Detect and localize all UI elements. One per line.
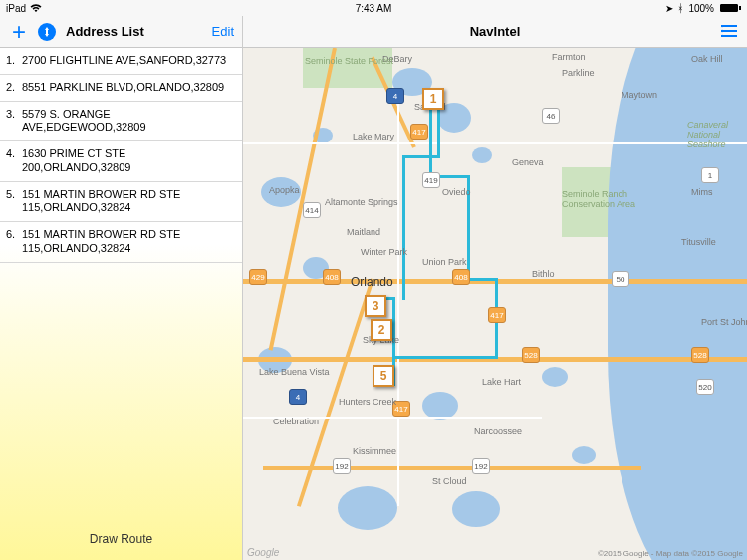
route-line	[429, 108, 432, 177]
status-bar: iPad 7:43 AM ➤ ᚼ 100%	[0, 0, 747, 16]
city-label: Orlando	[351, 275, 393, 289]
svg-rect-2	[721, 35, 737, 37]
route-line	[467, 278, 497, 281]
sidebar-title: Address List	[66, 24, 212, 39]
city-label: Titusville	[681, 237, 716, 247]
list-view-button[interactable]	[721, 23, 737, 41]
sidebar: + Address List Edit 1. 2700 FLIGHTLINE A…	[0, 16, 243, 560]
map-canvas[interactable]: 4 4 417 417 417 408 408 528 528 429 414 …	[243, 48, 747, 560]
park-label: Seminole Ranch Conservation Area	[562, 189, 641, 209]
item-number: 4.	[6, 147, 22, 175]
address-list: 1. 2700 FLIGHTLINE AVE,SANFORD,32773 2. …	[0, 48, 242, 522]
road-shield: 417	[410, 124, 428, 140]
battery-pct: 100%	[688, 3, 714, 14]
item-number: 5.	[6, 188, 22, 216]
road-shield: 520	[696, 379, 714, 395]
road-shield: 192	[472, 458, 490, 474]
city-label: Lake Hart	[482, 377, 521, 387]
item-address: 1630 PRIME CT STE 200,ORLANDO,32809	[22, 147, 234, 175]
route-line	[392, 356, 498, 359]
route-line	[402, 155, 405, 300]
item-number: 6.	[6, 228, 22, 256]
city-label: Oviedo	[442, 187, 471, 197]
device-name: iPad	[6, 3, 26, 14]
item-number: 1.	[6, 54, 22, 68]
city-label: St Cloud	[432, 476, 467, 486]
sidebar-header: + Address List Edit	[0, 16, 242, 48]
city-label: Celebration	[273, 417, 319, 426]
bluetooth-icon: ᚼ	[677, 2, 684, 14]
city-label: Narcoossee	[474, 426, 522, 436]
city-label: Kissimmee	[353, 446, 396, 456]
road-shield: 408	[323, 269, 341, 285]
item-address: 151 MARTIN BROWER RD STE 115,ORLANDO,328…	[22, 188, 234, 216]
road-minor	[397, 88, 399, 506]
map-marker[interactable]: 3	[365, 295, 386, 317]
city-label: Altamonte Springs	[325, 197, 398, 207]
map-marker[interactable]: 5	[373, 365, 394, 387]
info-button[interactable]	[38, 23, 56, 41]
city-label: Mims	[691, 187, 713, 197]
item-address: 151 MARTIN BROWER RD STE 115,ORLANDO,328…	[22, 228, 234, 256]
city-label: Port St John	[701, 317, 747, 327]
road	[263, 466, 641, 470]
park-label: Seminole State Forest	[305, 56, 393, 66]
city-label: Apopka	[269, 185, 300, 195]
road-shield: 4	[289, 389, 307, 405]
road-shield: 46	[542, 108, 560, 124]
road-shield: 4	[386, 88, 404, 104]
city-label: Maitland	[347, 227, 380, 237]
list-item[interactable]: 6. 151 MARTIN BROWER RD STE 115,ORLANDO,…	[0, 222, 242, 263]
city-label: Winter Park	[361, 247, 407, 257]
map-marker[interactable]: 1	[422, 88, 444, 110]
battery-icon	[718, 4, 741, 12]
city-label: Bithlo	[532, 269, 555, 279]
city-label: Union Park	[422, 257, 467, 267]
route-line	[437, 108, 440, 157]
map-marker[interactable]: 2	[371, 319, 392, 341]
road-shield: 528	[522, 347, 540, 363]
city-label: Farmton	[552, 52, 586, 62]
item-address: 2700 FLIGHTLINE AVE,SANFORD,32773	[22, 54, 234, 68]
draw-route-button[interactable]: Draw Route	[0, 522, 242, 560]
item-address: 5579 S. ORANGE AVE,EDGEWOOD,32809	[22, 108, 234, 136]
road-minor	[243, 142, 747, 144]
water	[452, 491, 500, 527]
list-item[interactable]: 3. 5579 S. ORANGE AVE,EDGEWOOD,32809	[0, 102, 242, 142]
list-item[interactable]: 4. 1630 PRIME CT STE 200,ORLANDO,32809	[0, 141, 242, 182]
route-line	[402, 155, 440, 158]
city-label: Lake Mary	[353, 132, 394, 141]
water	[542, 367, 568, 387]
google-logo: Google	[247, 547, 279, 558]
map-header: NavIntel	[243, 16, 747, 48]
item-number: 2.	[6, 81, 22, 95]
map-attribution: ©2015 Google - Map data ©2015 Google	[598, 549, 743, 558]
road-shield: 419	[422, 172, 440, 188]
list-icon	[721, 25, 737, 37]
city-label: Maytown	[622, 90, 657, 100]
road-shield: 528	[691, 347, 709, 363]
city-label: Hunters Creek	[339, 397, 396, 407]
city-label: Oak Hill	[691, 54, 723, 64]
updown-icon	[42, 27, 52, 37]
water	[572, 446, 596, 464]
road-shield: 192	[333, 458, 351, 474]
map-title: NavIntel	[470, 24, 521, 39]
city-label: Geneva	[512, 157, 544, 167]
water	[422, 392, 458, 420]
edit-button[interactable]: Edit	[212, 24, 234, 39]
road-shield: 1	[701, 167, 719, 183]
city-label: Parkline	[562, 68, 595, 78]
list-item[interactable]: 1. 2700 FLIGHTLINE AVE,SANFORD,32773	[0, 48, 242, 75]
list-item[interactable]: 2. 8551 PARKLINE BLVD,ORLANDO,32809	[0, 75, 242, 102]
location-icon: ➤	[665, 3, 673, 14]
water	[338, 486, 397, 530]
add-button[interactable]: +	[8, 18, 30, 46]
map-pane: NavIntel	[243, 16, 747, 560]
water	[472, 147, 492, 163]
list-item[interactable]: 5. 151 MARTIN BROWER RD STE 115,ORLANDO,…	[0, 182, 242, 223]
road-shield: 50	[612, 271, 629, 287]
wifi-icon	[30, 3, 42, 13]
road-shield: 408	[452, 269, 470, 285]
item-number: 3.	[6, 108, 22, 136]
